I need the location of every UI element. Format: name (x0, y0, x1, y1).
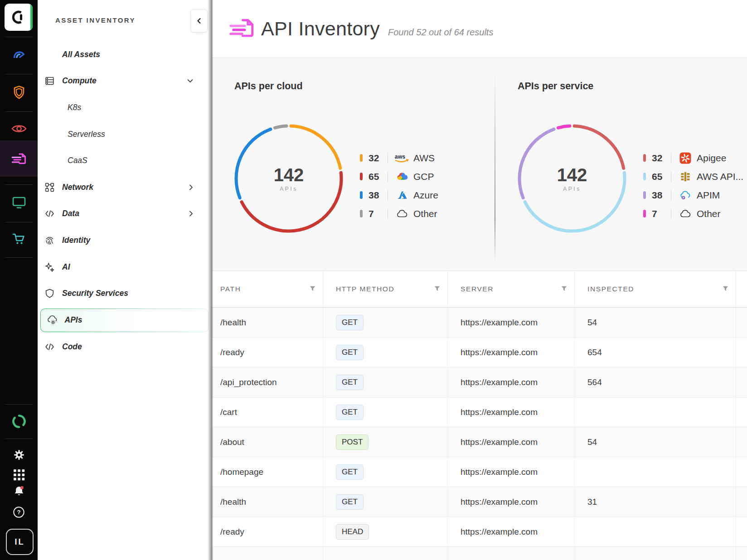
table-row[interactable]: /readyHEADhttps://example.com (212, 517, 747, 547)
legend-item[interactable]: 38APIM (643, 186, 743, 204)
assets-monitor-icon[interactable] (0, 193, 38, 212)
legend-divider (388, 153, 388, 164)
path-cell: /api_protection (220, 377, 277, 387)
orca-ring-icon[interactable] (0, 412, 38, 430)
legend-item[interactable]: 32awsAWS (360, 149, 438, 167)
legend-item[interactable]: 38Azure (360, 186, 438, 204)
legend-label: Other (697, 208, 721, 219)
sidebar-item-serverless[interactable]: Serverless (38, 121, 209, 148)
http-method-badge: GET (336, 464, 364, 480)
legend-count: 7 (369, 208, 385, 219)
legend-divider (388, 208, 388, 219)
stub-cell (736, 367, 747, 397)
server-cell: https://example.com (461, 348, 538, 357)
cloud-outline (394, 209, 410, 218)
column-header-inspected: INSPECTED (575, 271, 736, 307)
sidebar-item-label: Data (62, 209, 79, 218)
marketplace-cart-icon[interactable] (0, 230, 38, 248)
table-row[interactable]: /homepageGEThttps://example.com (212, 457, 747, 487)
sidebar-item-identity[interactable]: Identity (38, 227, 209, 254)
chart-legend: 32awsAWS65GCP38Azure7Other (360, 149, 438, 223)
path-cell: /homepage (220, 467, 263, 477)
left-icon-rail: IL ? (0, 0, 38, 560)
user-avatar[interactable]: IL (6, 529, 34, 555)
sidebar-item-compute[interactable]: Compute (38, 68, 209, 95)
legend-item[interactable]: 32Apigee (643, 149, 743, 167)
column-header-server: SERVER (448, 271, 575, 307)
rail-divider (5, 74, 33, 74)
http-method-badge: GET (336, 375, 364, 390)
servers-icon (44, 76, 56, 86)
chevron-right-icon (189, 184, 193, 190)
api-inventory-icon[interactable] (0, 150, 38, 168)
sidebar-item-caas[interactable]: CaaS (38, 147, 209, 174)
rail-divider (5, 404, 33, 405)
legend-item[interactable]: 7Other (643, 204, 743, 223)
legend-item[interactable]: 7Other (360, 204, 438, 223)
column-label: PATH (220, 285, 241, 293)
table-row[interactable]: /cartGEThttps://example.com (212, 397, 747, 427)
sidebar-item-apis[interactable]: APIs (40, 309, 209, 332)
orca-logo[interactable] (5, 4, 33, 31)
chevron-down-icon (187, 79, 193, 83)
sidebar-item-ai[interactable]: AI (38, 254, 209, 280)
legend-count: 65 (652, 171, 668, 182)
http-method-badge: GET (336, 494, 364, 510)
legend-color-marker (360, 210, 363, 217)
sidebar-item-label: Security Services (62, 289, 128, 298)
filter-icon[interactable] (434, 285, 440, 293)
sidebar-item-k8s[interactable]: K8s (38, 94, 209, 121)
sidebar-item-security-services[interactable]: Security Services (38, 280, 209, 307)
table-row[interactable]: /healthGEThttps://example.com31 (212, 487, 747, 517)
filter-icon[interactable] (561, 285, 567, 293)
code-icon (44, 342, 56, 352)
sidebar-item-data[interactable]: Data (38, 201, 209, 227)
discovery-eye-icon[interactable] (0, 120, 38, 138)
alerts-gauge-icon[interactable] (0, 45, 38, 63)
settings-icon[interactable] (0, 446, 38, 464)
table-row[interactable]: /api_protectionGEThttps://example.com564 (212, 367, 747, 397)
apim-logo (678, 190, 693, 200)
sidebar-item-code[interactable]: Code (38, 334, 209, 361)
chart-legend: 32Apigee65AWS API...38APIM7Other (643, 149, 743, 223)
logo-accent-bar (30, 4, 33, 31)
stub-cell (736, 397, 747, 427)
help-icon[interactable]: ? (0, 503, 38, 521)
shield-icon[interactable] (0, 84, 38, 102)
legend-item[interactable]: 65AWS API... (643, 167, 743, 186)
legend-count: 38 (369, 190, 385, 201)
sparkles-icon (44, 262, 56, 272)
sidebar-collapse-button[interactable] (190, 9, 208, 33)
notifications-icon[interactable] (0, 482, 38, 500)
chart-title: APIs per cloud (234, 81, 303, 92)
path-cell: /cart (220, 407, 237, 417)
sidebar-item-all-assets[interactable]: All Assets (38, 41, 209, 68)
stub-cell (736, 487, 747, 517)
inspected-cell: 654 (587, 348, 602, 357)
donut-chart: 142APIs (515, 121, 629, 236)
sidebar-item-network[interactable]: Network (38, 174, 209, 201)
table-row[interactable]: /healthGEThttps://example.com54 (212, 308, 747, 338)
legend-color-marker (360, 154, 363, 162)
filter-icon[interactable] (723, 285, 728, 293)
svg-text:aws: aws (395, 154, 405, 160)
inspected-cell: 54 (587, 437, 597, 447)
sidebar-item-label: AI (62, 262, 70, 272)
legend-count: 7 (652, 208, 668, 219)
filter-icon[interactable] (310, 285, 315, 293)
table-header-row: PATHHTTP METHODSERVERINSPECTED (212, 271, 747, 308)
path-cell: /health (220, 318, 246, 328)
sidebar-item-label: Code (62, 342, 82, 352)
legend-color-marker (643, 173, 646, 180)
apps-grid-icon[interactable] (0, 466, 38, 484)
legend-item[interactable]: 65GCP (360, 167, 438, 186)
table-row[interactable]: /readyGEThttps://example.com654 (212, 338, 747, 367)
apis-per-cloud-panel: APIs per cloud142APIs32awsAWS65GCP38Azur… (212, 58, 495, 270)
table-row[interactable]: /aboutPOSThttps://example.com54 (212, 427, 747, 457)
chevron-right-icon (189, 211, 193, 217)
sidebar-item-label: CaaS (68, 156, 87, 165)
apigee-logo (678, 152, 693, 164)
sidebar-item-label: APIs (65, 315, 82, 325)
legend-color-marker (360, 173, 363, 180)
api-inventory-page-icon (227, 17, 257, 40)
